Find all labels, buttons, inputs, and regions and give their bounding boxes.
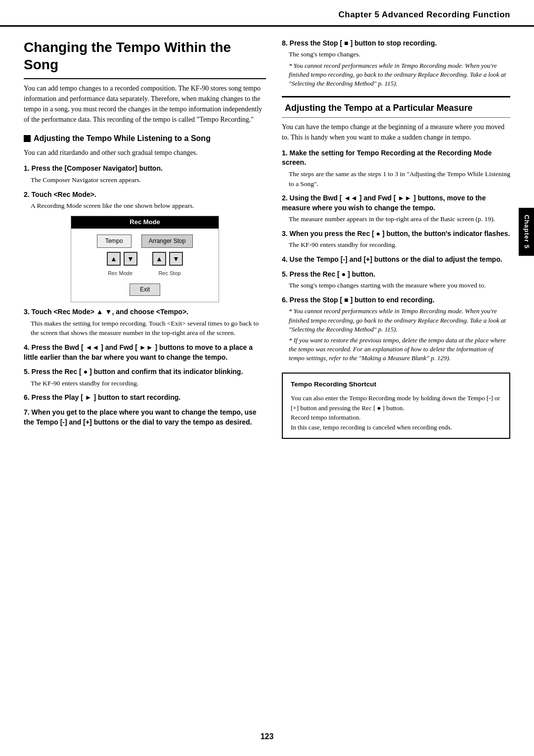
right-step-6-text: Press the Stop [ ■ ] button to end recor…	[290, 296, 435, 304]
arranger-stop-btn: Arranger Stop	[141, 235, 193, 248]
right-section-heading-text: Adjusting the Tempo at a Particular Meas…	[285, 102, 473, 114]
step-3-header: 3. Touch <Rec Mode> ▲ ▼, and choose <Tem…	[24, 307, 266, 317]
step-1-header: 1. Press the [Composer Navigator] button…	[24, 164, 266, 174]
step-1-body: The Composer Navigator screen appears.	[31, 175, 266, 185]
page-header: Chapter 5 Advanced Recording Function	[0, 0, 534, 27]
right-step-6-note2: If you want to restore the previous temp…	[289, 336, 510, 363]
step-8: 8. Press the Stop [ ■ ] button to stop r…	[282, 39, 510, 89]
page-intro-text: You can add tempo changes to a recorded …	[24, 83, 266, 125]
up-arrow-right[interactable]: ▲	[152, 252, 166, 266]
left-column: Changing the Tempo Within the Song You c…	[24, 27, 266, 439]
step-6-text: Press the Play [ ► ] button to start rec…	[32, 393, 181, 401]
step-7: 7. When you get to the place where you w…	[24, 408, 266, 427]
step-4-text: Press the Bwd [ ◄◄ ] and Fwd [ ►► ] butt…	[24, 343, 253, 361]
rec-mode-title-bar: Rec Mode	[71, 216, 219, 229]
arrows-row: ▲ ▼ ▲ ▼	[107, 252, 183, 266]
right-step-5: 5. Press the Rec [ ● ] button. The song'…	[282, 270, 510, 290]
header-title: Chapter 5 Advanced Recording Function	[338, 9, 510, 21]
right-step-1: 1. Make the setting for Tempo Recording …	[282, 148, 510, 189]
right-step-1-text: Make the setting for Tempo Recording at …	[282, 149, 491, 167]
step-4-number: 4.	[24, 343, 30, 351]
right-step-5-header: 5. Press the Rec [ ● ] button.	[282, 270, 510, 280]
left-section-heading: Adjusting the Tempo While Listening to a…	[24, 134, 266, 144]
right-column: 8. Press the Stop [ ■ ] button to stop r…	[282, 27, 510, 439]
right-step-1-body: The steps are the same as the steps 1 to…	[289, 169, 510, 189]
right-step-2-number: 2.	[282, 194, 288, 202]
rec-mode-label-1: Rec Mode	[100, 270, 140, 278]
right-step-6-header: 6. Press the Stop [ ■ ] button to end re…	[282, 295, 510, 305]
shortcut-box-title: Tempo Recording Shortcut	[291, 379, 501, 389]
right-step-6-note1: You cannot record performances while in …	[289, 307, 510, 334]
step-7-text: When you get to the place where you want…	[24, 408, 257, 426]
step-2-header: 2. Touch <Rec Mode>.	[24, 190, 266, 200]
right-step-5-number: 5.	[282, 270, 288, 278]
step-3-text: Touch <Rec Mode> ▲ ▼, and choose <Tempo>…	[32, 308, 188, 316]
step-6: 6. Press the Play [ ► ] button to start …	[24, 393, 266, 403]
up-arrow-left[interactable]: ▲	[107, 252, 121, 266]
right-step-2-body: The measure number appears in the top-ri…	[289, 214, 510, 224]
step-1: 1. Press the [Composer Navigator] button…	[24, 164, 266, 185]
step-3-number: 3.	[24, 308, 30, 316]
step-3-body: This makes the setting for tempo recordi…	[31, 319, 266, 338]
section-black-square	[24, 135, 31, 142]
page-container: Chapter 5 Advanced Recording Function Ch…	[0, 0, 534, 756]
tempo-btn: Tempo	[97, 235, 132, 248]
right-step-2-text: Using the Bwd [ ◄◄ ] and Fwd [ ►► ] butt…	[282, 194, 486, 212]
step-5-body: The KF-90 enters standby for recording.	[31, 378, 266, 388]
right-section-heading: Adjusting the Tempo at a Particular Meas…	[282, 102, 510, 117]
right-step-6: 6. Press the Stop [ ■ ] button to end re…	[282, 295, 510, 363]
page-title: Changing the Tempo Within the Song	[24, 39, 266, 79]
down-arrow-left[interactable]: ▼	[124, 252, 137, 266]
shortcut-box-text: You can also enter the Tempo Recording m…	[291, 393, 501, 432]
step-2: 2. Touch <Rec Mode>. A Recording Mode sc…	[24, 190, 266, 211]
right-step-4-number: 4.	[282, 255, 288, 263]
step-2-number: 2.	[24, 190, 30, 198]
right-step-4-header: 4. Use the Tempo [-] and [+] buttons or …	[282, 255, 510, 265]
step-3: 3. Touch <Rec Mode> ▲ ▼, and choose <Tem…	[24, 307, 266, 338]
step-5-header: 5. Press the Rec [ ● ] button and confir…	[24, 367, 266, 377]
step-6-header: 6. Press the Play [ ► ] button to start …	[24, 393, 266, 403]
chapter-tab: Chapter 5	[519, 208, 534, 256]
step-6-number: 6.	[24, 393, 30, 401]
step-8-text: Press the Stop [ ■ ] button to stop reco…	[290, 39, 437, 47]
step-8-header: 8. Press the Stop [ ■ ] button to stop r…	[282, 39, 510, 48]
left-section-heading-text: Adjusting the Tempo While Listening to a…	[34, 134, 266, 144]
step-8-note: You cannot record performances while in …	[289, 61, 510, 89]
right-step-3-body: The KF-90 enters standby for recording.	[289, 240, 510, 250]
step-8-body: The song's tempo changes.	[289, 49, 510, 59]
rec-mode-labels: Rec Mode Rec Stop	[100, 270, 189, 278]
step-2-text: Touch <Rec Mode>.	[32, 190, 96, 198]
right-step-1-number: 1.	[282, 149, 288, 157]
step-1-number: 1.	[24, 164, 30, 172]
down-arrow-right[interactable]: ▼	[169, 252, 183, 266]
page-number: 123	[261, 731, 274, 742]
right-step-4-text: Use the Tempo [-] and [+] buttons or the…	[290, 255, 502, 263]
step-7-header: 7. When you get to the place where you w…	[24, 408, 266, 427]
rec-mode-label-2: Rec Stop	[150, 270, 189, 278]
exit-btn[interactable]: Exit	[130, 284, 160, 296]
right-step-5-text: Press the Rec [ ● ] button.	[290, 270, 375, 278]
right-step-3: 3. When you press the Rec [ ● ] button, …	[282, 229, 510, 250]
step-5-text: Press the Rec [ ● ] button and confirm t…	[32, 368, 243, 376]
right-step-3-text: When you press the Rec [ ● ] button, the…	[290, 230, 510, 237]
right-step-2: 2. Using the Bwd [ ◄◄ ] and Fwd [ ►► ] b…	[282, 193, 510, 224]
right-step-6-number: 6.	[282, 296, 288, 304]
step-7-number: 7.	[24, 408, 30, 416]
step-4: 4. Press the Bwd [ ◄◄ ] and Fwd [ ►► ] b…	[24, 343, 266, 362]
right-section-intro: You can have the tempo change at the beg…	[282, 122, 510, 142]
right-step-5-body: The song's tempo changes starting with t…	[289, 281, 510, 290]
right-step-3-number: 3.	[282, 230, 288, 237]
page-footer: 123	[0, 731, 534, 742]
right-step-1-header: 1. Make the setting for Tempo Recording …	[282, 148, 510, 168]
shortcut-box: Tempo Recording Shortcut You can also en…	[282, 373, 510, 439]
content-area: Changing the Tempo Within the Song You c…	[0, 27, 534, 439]
left-section-intro: You can add ritardando and other such gr…	[24, 147, 266, 158]
step-2-body: A Recording Mode screen like the one sho…	[31, 201, 266, 211]
section-divider-line	[282, 96, 510, 97]
step-4-header: 4. Press the Bwd [ ◄◄ ] and Fwd [ ►► ] b…	[24, 343, 266, 362]
right-step-4: 4. Use the Tempo [-] and [+] buttons or …	[282, 255, 510, 265]
step-5-number: 5.	[24, 368, 30, 376]
rec-mode-body: Tempo Arranger Stop ▲ ▼ ▲ ▼ Rec Mode Rec…	[71, 229, 219, 302]
step-8-number: 8.	[282, 39, 288, 47]
right-step-3-header: 3. When you press the Rec [ ● ] button, …	[282, 229, 510, 239]
